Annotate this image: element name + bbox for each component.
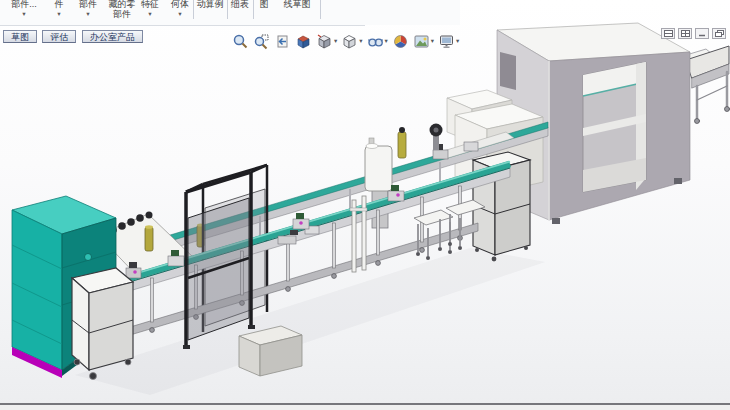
hide-show-items-icon — [367, 33, 384, 50]
edit-appearance-button[interactable] — [391, 32, 410, 50]
hide-show-items-button[interactable]: ▾ — [366, 32, 389, 50]
window-pane-icon — [664, 30, 673, 37]
commandmanager-tabs: 草图 评估 办公室产品 — [3, 26, 144, 40]
zoom-to-area-icon — [253, 33, 270, 50]
view-orientation-button[interactable]: ▾ — [315, 32, 338, 50]
ribbon-button-motion-study[interactable]: 动算例 — [194, 0, 226, 10]
tab-office-products[interactable]: 办公室产品 — [82, 30, 143, 43]
chevron-down-icon: ▾ — [359, 37, 362, 45]
command-manager-ribbon: 部件... ▼ 件 ▼ 部件 ▼ 藏的零 部件 特征 ▼ 何体 ▼ 动算例 细表… — [0, 0, 460, 25]
section-view-icon — [295, 33, 312, 50]
previous-view-button[interactable] — [273, 32, 292, 50]
display-style-icon — [341, 33, 358, 50]
floor-box[interactable] — [239, 326, 302, 376]
chevron-down-icon: ▼ — [21, 11, 26, 17]
zoom-to-fit-button[interactable] — [231, 32, 250, 50]
edit-appearance-icon — [392, 33, 409, 50]
view-settings-icon — [438, 33, 455, 50]
ribbon-button-insert-components[interactable]: 部件... ▼ — [2, 0, 46, 17]
view-settings-button[interactable]: ▾ — [437, 32, 460, 50]
chevron-down-icon: ▼ — [147, 11, 152, 17]
ribbon-button-explode-line-sketch[interactable]: 线草图 — [276, 0, 318, 10]
tab-sketch[interactable]: 草图 — [3, 30, 37, 43]
statusbar-strip — [0, 405, 730, 410]
window-minimize-icon — [698, 30, 707, 37]
chevron-down-icon: ▼ — [85, 11, 90, 17]
window-restore-icon — [715, 30, 724, 37]
chevron-down-icon: ▾ — [456, 37, 459, 45]
chevron-down-icon: ▼ — [177, 11, 182, 17]
chevron-down-icon: ▾ — [385, 37, 388, 45]
chevron-down-icon: ▾ — [334, 37, 337, 45]
window-minimize-button[interactable] — [695, 28, 709, 39]
section-view-button[interactable] — [294, 32, 313, 50]
window-tile-button[interactable] — [678, 28, 692, 39]
previous-view-icon — [274, 33, 291, 50]
display-style-button[interactable]: ▾ — [340, 32, 363, 50]
zoom-to-area-button[interactable] — [252, 32, 271, 50]
chevron-down-icon: ▾ — [431, 37, 434, 45]
view-orientation-icon — [316, 33, 333, 50]
window-tile-icon — [681, 30, 690, 37]
ribbon-button-exploded-view[interactable]: 图 — [254, 0, 274, 10]
apply-scene-button[interactable]: ▾ — [412, 32, 435, 50]
document-window-controls — [661, 28, 726, 39]
chevron-down-icon: ▼ — [56, 11, 61, 17]
ribbon-separator — [320, 0, 321, 19]
tab-evaluate[interactable]: 评估 — [42, 30, 76, 43]
zoom-to-fit-icon — [232, 33, 249, 50]
window-pane-button[interactable] — [661, 28, 675, 39]
apply-scene-icon — [413, 33, 430, 50]
window-restore-button[interactable] — [712, 28, 726, 39]
heads-up-view-toolbar: ▾ ▾ ▾ ▾ — [231, 32, 460, 50]
ribbon-button-bill-of-materials[interactable]: 细表 — [228, 0, 252, 10]
viewport-3d[interactable] — [0, 0, 730, 410]
